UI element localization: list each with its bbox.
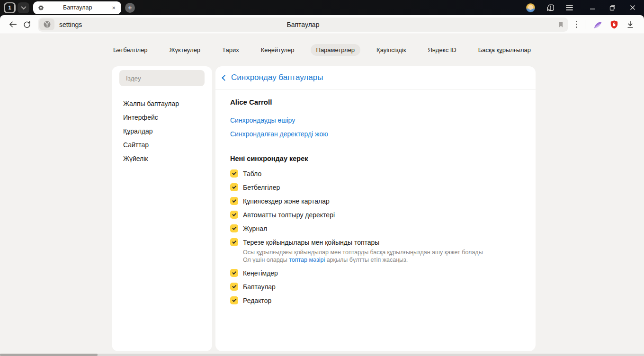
checkbox-checked-icon[interactable] — [230, 169, 238, 178]
sync-option-passwords-cards[interactable]: Құпиясөздер және карталар — [230, 197, 521, 205]
sync-option-history[interactable]: Журнал — [230, 224, 521, 232]
bookmark-icon[interactable] — [557, 21, 564, 28]
minimize-button[interactable] — [590, 5, 595, 10]
menu-icon[interactable] — [566, 5, 573, 10]
url-text: settings — [59, 21, 82, 28]
sidebar-item-interface[interactable]: Интерфейс — [119, 110, 205, 124]
account-name: Alice Carroll — [230, 98, 521, 106]
disable-sync-link[interactable]: Синхрондауды өшіру — [230, 116, 295, 124]
settings-nav-tabs: Бетбелгілер Жүктеулер Тарих Кеңейтулер П… — [0, 34, 644, 56]
sidebar-item-general[interactable]: Жалпы баптаулар — [119, 97, 205, 110]
yandex-browser-icon — [43, 20, 51, 28]
checkbox-checked-icon[interactable] — [230, 283, 238, 291]
checkbox-checked-icon[interactable] — [230, 296, 238, 304]
nav-tab-history[interactable]: Тарих — [216, 44, 245, 56]
sync-option-bookmarks[interactable]: Бетбелгілер — [230, 183, 521, 191]
sidebar-item-tools[interactable]: Құралдар — [119, 124, 205, 138]
sidebar-item-sites[interactable]: Сайттар — [119, 138, 205, 151]
nav-tab-downloads[interactable]: Жүктеулер — [164, 44, 206, 56]
site-favicon-chip[interactable] — [39, 18, 54, 30]
horizontal-scrollbar[interactable] — [0, 354, 644, 356]
tab-group-button[interactable]: 1 — [4, 2, 16, 13]
nav-tab-yandex-id[interactable]: Яндекс ID — [422, 44, 462, 56]
nav-tab-other-devices[interactable]: Басқа құрылғылар — [473, 44, 537, 56]
sync-option-editor[interactable]: Редактор — [230, 296, 521, 304]
restore-button[interactable] — [609, 5, 616, 11]
address-bar[interactable]: settings Баптаулар — [38, 18, 568, 32]
saved-tabs-panel-icon[interactable] — [546, 3, 555, 12]
profile-avatar[interactable] — [526, 3, 535, 12]
sync-option-settings[interactable]: Баптаулар — [230, 283, 521, 291]
protect-shield-icon[interactable] — [606, 18, 622, 32]
section-title: Нені синхрондау керек — [230, 155, 521, 162]
tab-title: Баптаулар — [45, 4, 110, 11]
sync-option-extensions[interactable]: Кеңетімдер — [230, 269, 521, 277]
sync-settings-panel: Синхрондау баптаулары Alice Carroll Синх… — [215, 66, 536, 351]
search-input[interactable] — [119, 70, 205, 86]
checkbox-checked-icon[interactable] — [230, 238, 238, 246]
tabs-groups-description: Осы құрылғыдағы қойындылар мен топтарды … — [243, 249, 521, 264]
omnibox-more-icon[interactable] — [573, 19, 580, 29]
sync-option-tableau[interactable]: Табло — [230, 169, 521, 178]
back-button[interactable] — [6, 18, 20, 32]
delete-synced-data-link[interactable]: Синхрондалған деректерді жою — [230, 130, 328, 138]
settings-page: Бетбелгілер Жүктеулер Тарих Кеңейтулер П… — [0, 34, 644, 356]
settings-sidebar: Жалпы баптаулар Интерфейс Құралдар Сайтт… — [112, 66, 212, 351]
nav-tab-settings[interactable]: Параметрлер — [311, 44, 361, 56]
browser-toolbar: settings Баптаулар — [0, 15, 644, 34]
tab-group-count: 1 — [5, 3, 14, 12]
gear-icon — [37, 4, 45, 11]
back-chevron-icon — [222, 75, 228, 81]
tab-bar: 1 Баптаулар × + — [0, 0, 644, 15]
groups-menu-link[interactable]: топтар мәзірі — [289, 257, 325, 263]
sidebar-list: Жалпы баптаулар Интерфейс Құралдар Сайтт… — [119, 97, 205, 165]
omnibox-page-title: Баптаулар — [38, 21, 568, 28]
tab-close-icon[interactable]: × — [110, 4, 117, 12]
toolbar-divider — [585, 20, 585, 29]
checkbox-checked-icon[interactable] — [230, 197, 238, 205]
checkbox-checked-icon[interactable] — [230, 211, 238, 219]
reload-button[interactable] — [20, 18, 34, 32]
page-title: Синхрондау баптаулары — [231, 73, 323, 82]
sidebar-item-system[interactable]: Жүйелік — [119, 151, 205, 165]
nav-tab-bookmarks[interactable]: Бетбелгілер — [107, 44, 153, 56]
horizontal-scrollbar-thumb[interactable] — [0, 354, 98, 356]
sync-option-tabs-groups[interactable]: Терезе қойындылары мен қойынды топтары — [230, 238, 521, 246]
tab-settings[interactable]: Баптаулар × — [33, 1, 121, 14]
nav-tab-security[interactable]: Қауіпсіздік — [371, 44, 411, 56]
browser-window: 1 Баптаулар × + — [0, 0, 644, 356]
chevron-down-icon — [21, 4, 26, 9]
close-window-button[interactable] — [630, 5, 635, 10]
feather-extension-icon[interactable] — [590, 18, 606, 32]
checkbox-checked-icon[interactable] — [230, 269, 238, 277]
new-tab-button[interactable]: + — [125, 3, 135, 13]
checkbox-checked-icon[interactable] — [230, 224, 238, 232]
sync-option-autofill[interactable]: Автоматты толтыру деректері — [230, 211, 521, 219]
sync-settings-header[interactable]: Синхрондау баптаулары — [215, 66, 536, 89]
tab-list-dropdown-button[interactable] — [18, 2, 29, 13]
nav-tab-extensions[interactable]: Кеңейтулер — [255, 44, 300, 56]
downloads-icon[interactable] — [622, 18, 638, 32]
checkbox-checked-icon[interactable] — [230, 183, 238, 191]
